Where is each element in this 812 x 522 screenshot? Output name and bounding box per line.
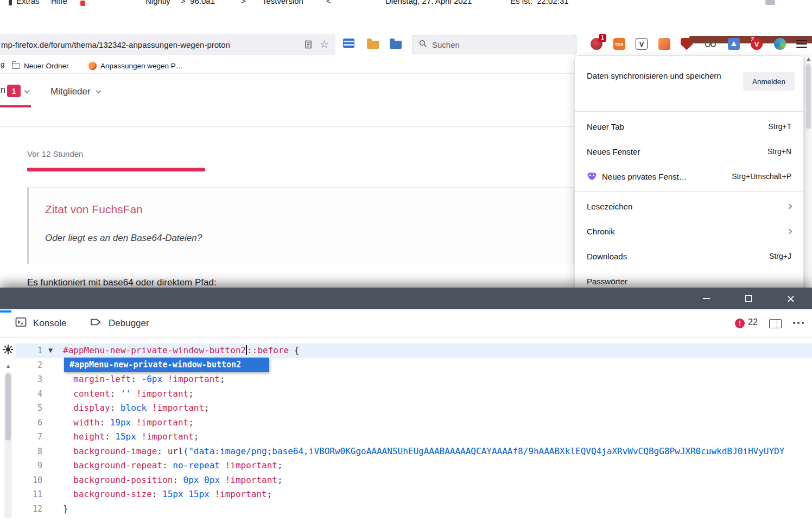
v2-extension-icon[interactable]: V [751, 38, 763, 50]
bookmark-label: Neuer Ordner [24, 62, 69, 70]
menu-item-shortcut: Strg+T [769, 122, 791, 131]
code-text: background-position: 0px 0px !important; [59, 473, 283, 488]
navigation-toolbar: mp-firefox.de/forum/thema/132342-anpassu… [0, 31, 812, 58]
quote-title[interactable]: Zitat von FuchsFan [45, 203, 143, 216]
code-line-4[interactable]: 4 content: '' !important; [16, 387, 812, 402]
code-line-3[interactable]: 3 margin-left: -6px !important; [16, 372, 812, 387]
error-icon[interactable]: ! [735, 319, 745, 328]
menu-item-lesezeichen[interactable]: Lesezeichen [575, 194, 803, 219]
reader-mode-icon[interactable] [304, 40, 313, 51]
page-scrollbar[interactable]: ▲ [804, 54, 812, 288]
post-timestamp[interactable]: Vor 12 Stunden [27, 149, 83, 158]
devtools-window: × Konsole Debugger ! 22 [0, 288, 812, 522]
autocomplete-popup[interactable]: #appMenu-new-private-window-button2 [64, 358, 269, 372]
menu-item-label: Downloads [587, 252, 764, 261]
extension-badge-1: 1 [599, 34, 606, 42]
fold-gutter [42, 430, 59, 444]
scrollbar-up-arrow[interactable]: ▲ [805, 56, 812, 61]
bookmark-star-icon[interactable]: ☆ [320, 38, 329, 50]
maximize-button[interactable] [736, 288, 761, 309]
list-view-toolbar-icon[interactable] [343, 39, 354, 48]
line-number: 6 [16, 416, 42, 430]
sign-in-button[interactable]: Anmelden [743, 72, 795, 91]
tab-konsole[interactable]: Konsole [15, 309, 66, 338]
menu-item-neues-privates-fenster[interactable]: Neues privates Fenst…Strg+Umschalt+P [575, 164, 803, 189]
sidebar-scroll-up-arrow[interactable]: ▲ [0, 364, 16, 368]
meatball-menu-icon[interactable] [793, 322, 804, 324]
search-icon [419, 40, 427, 50]
code-editor[interactable]: 1▼#appMenu-new-private-window-button2::b… [16, 338, 812, 522]
bookmark-neuer-ordner[interactable]: Neuer Ordner [12, 58, 69, 74]
css-extension-icon[interactable]: css [613, 38, 625, 50]
url-text[interactable]: mp-firefox.de/forum/thema/132342-anpassu… [1, 40, 328, 49]
forum-tab-mitglieder[interactable]: Mitglieder [50, 86, 100, 97]
code-line-12[interactable]: 12} [16, 502, 812, 517]
menu-separator [575, 111, 803, 112]
code-line-6[interactable]: 6 width: 19px !important; [16, 416, 812, 430]
fold-arrow-icon[interactable]: ▼ [42, 343, 59, 358]
code-line-9[interactable]: 9 background-repeat: no-repeat !importan… [16, 459, 812, 473]
search-bar[interactable]: Suchen [413, 35, 576, 54]
fold-gutter [42, 372, 59, 387]
forum-tab-badge[interactable]: 1 [7, 85, 21, 97]
code-line-11[interactable]: 11 background-size: 15px 15px !important… [16, 487, 812, 502]
folder-icon[interactable] [390, 41, 402, 49]
menubar-tray-icon [765, 0, 775, 5]
fold-gutter [42, 459, 59, 473]
code-line-7[interactable]: 7 height: 15px !important; [16, 430, 812, 444]
bookmark-label: Anpassungen wegen P… [100, 62, 183, 70]
close-button[interactable]: × [778, 288, 803, 309]
devtools-toolbar: Konsole Debugger ! 22 [0, 309, 812, 338]
extension-icon-1[interactable]: 1 [591, 38, 602, 50]
extension-icon-9[interactable] [774, 38, 786, 50]
devtools-titlebar[interactable]: × [0, 288, 812, 309]
styleeditor-sidebar-icon[interactable] [3, 344, 14, 357]
spy-glasses-icon[interactable] [705, 38, 716, 50]
title-version: > 96.0a1 [181, 0, 215, 7]
menu-hilfe[interactable]: Hilfe [51, 0, 67, 7]
title-testversion: Testversion [262, 0, 303, 7]
menu-item-neuer-tab[interactable]: Neuer TabStrg+T [575, 114, 803, 139]
code-line-10[interactable]: 10 background-position: 0px 0px !importa… [16, 473, 812, 488]
menu-item-shortcut: Strg+Umschalt+P [732, 172, 791, 181]
scrollbar-thumb[interactable] [806, 64, 811, 129]
code-text: #appMenu-new-private-window-button2::bef… [59, 343, 299, 358]
bookmark-anpassungen[interactable]: Anpassungen wegen P… [88, 58, 183, 74]
v-extension-icon[interactable]: V [636, 38, 648, 50]
open-folder-icon[interactable] [367, 41, 379, 49]
sidebar-scrollbar-thumb[interactable] [5, 373, 11, 441]
line-number: 1 [16, 343, 42, 358]
code-line-8[interactable]: 8 background-image: url("data:image/png;… [16, 444, 812, 459]
sidebar-scrollbar[interactable] [4, 372, 12, 519]
menu-extras[interactable]: Extras [16, 0, 40, 7]
fold-gutter [42, 358, 59, 373]
chevron-right-icon [787, 203, 792, 209]
url-bar[interactable]: mp-firefox.de/forum/thema/132342-anpassu… [0, 34, 335, 55]
fold-gutter [42, 487, 59, 502]
menubar: Extras Hilfe Nightly > 96.0a1 > Testvers… [0, 0, 812, 7]
minimize-button[interactable] [694, 288, 719, 309]
menu-item-chronik[interactable]: Chronik [575, 219, 803, 244]
code-text: width: 19px !important; [59, 416, 194, 430]
menu-item-downloads[interactable]: DownloadsStrg+J [575, 244, 803, 269]
menubar-clock: Es ist: 22:02:31 [510, 0, 569, 7]
error-count[interactable]: 22 [748, 317, 758, 327]
code-text: content: '' !important; [59, 387, 194, 402]
mitglieder-label: Mitglieder [50, 86, 91, 97]
line-number: 11 [16, 487, 42, 502]
menu-item-neues-fenster[interactable]: Neues FensterStrg+N [575, 139, 803, 164]
menu-item-passwoerter[interactable]: Passwörter [575, 269, 803, 289]
menu-item-label: Chronik [587, 227, 783, 236]
fold-gutter [42, 401, 59, 416]
hamburger-menu-button[interactable] [796, 39, 807, 49]
code-line-5[interactable]: 5 display: block !important; [16, 401, 812, 416]
editor-sidebar: ▲ [0, 338, 16, 522]
extension-icon-4[interactable] [658, 38, 670, 50]
private-mask-icon [587, 172, 597, 181]
extension-icon-7[interactable] [728, 38, 740, 50]
title-sep2: < [326, 0, 331, 7]
split-console-icon[interactable] [769, 319, 782, 328]
code-line-1[interactable]: 1▼#appMenu-new-private-window-button2::b… [16, 343, 812, 358]
tab-debugger[interactable]: Debugger [90, 309, 149, 338]
line-number: 3 [16, 372, 42, 387]
